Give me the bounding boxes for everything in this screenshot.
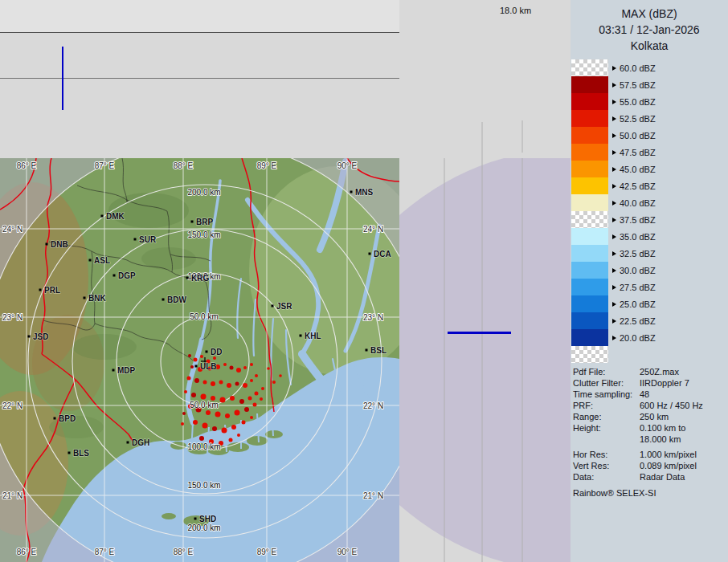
lon-label: 87° E [95, 161, 115, 170]
city-label-dd: DD [211, 348, 222, 356]
info-key: PRF: [573, 400, 640, 411]
lon-label: 90° E [337, 548, 358, 556]
echo-blob [225, 413, 230, 418]
legend-colorbar: 60.0 dBZ57.5 dBZ55.0 dBZ52.5 dBZ50.0 dBZ… [571, 59, 656, 363]
echo-blob [201, 394, 207, 400]
echo-blob [227, 383, 231, 388]
info-row: Data:Radar Data [573, 471, 725, 483]
city-dot [369, 253, 371, 255]
top-height-label: 18.0 km [500, 6, 531, 15]
info-row: Clutter Filter:IIRDoppler 7 [573, 377, 725, 389]
legend-swatch [571, 312, 608, 329]
legend-row: 50.0 dBZ [571, 127, 656, 144]
legend-row: 45.0 dBZ [571, 161, 656, 177]
echo-blob [243, 366, 247, 369]
info-key: Pdf File: [573, 366, 640, 377]
city-label-brp: BRP [196, 218, 213, 226]
legend-entry-label: 55.0 dBZ [620, 97, 656, 107]
city-label-bdw: BDW [167, 295, 186, 304]
echo-blob [202, 423, 208, 429]
city-label-shd: SHD [199, 515, 216, 523]
legend-row: 40.0 dBZ [571, 194, 656, 211]
lon-label: 86° E [17, 161, 37, 170]
info-value: 0.100 km to [640, 423, 685, 433]
city-label-sur: SUR [139, 235, 157, 244]
cross-section-echo [448, 332, 511, 334]
echo-blob [182, 412, 186, 415]
echo-blob [231, 425, 236, 430]
legend-swatch [571, 211, 608, 228]
legend-entry-label: 60.0 dBZ [620, 63, 656, 73]
legend-entry-label: 32.5 dBZ [620, 249, 656, 259]
lat-label: 21° N [2, 491, 22, 500]
legend-swatch [571, 144, 608, 161]
echo-blob [219, 381, 223, 385]
legend-swatch [571, 110, 608, 127]
info-row: Range:250 km [573, 411, 725, 422]
echo-blob [229, 438, 233, 442]
city-dot [89, 259, 92, 262]
city-dot [134, 238, 137, 241]
legend-arrow-icon [612, 150, 616, 155]
coverage-shading [399, 158, 571, 562]
legend-entry-label: 52.5 dBZ [620, 114, 656, 124]
legend-swatch [571, 177, 608, 194]
echo-blob [237, 434, 240, 437]
echo-blob [184, 390, 187, 393]
echo-blob [255, 392, 259, 396]
info-key: Range: [573, 411, 640, 422]
legend-entry-label: 47.5 dBZ [620, 148, 656, 157]
side-panel-graphic [399, 120, 571, 562]
city-label-prl: PRL [44, 286, 60, 295]
echo-blob [203, 381, 207, 385]
echo-blob [255, 374, 258, 377]
legend-row: 57.5 dBZ [571, 76, 656, 93]
legend-row: 32.5 dBZ [571, 245, 656, 262]
legend-swatch [571, 161, 608, 177]
lon-label: 89° E [257, 548, 277, 556]
legend-entry-label: 42.5 dBZ [620, 181, 656, 191]
legend-entry-label: 27.5 dBZ [620, 283, 656, 292]
echo-blob [212, 426, 217, 431]
height-reference-line [0, 78, 399, 79]
lon-label: 87° E [95, 548, 115, 556]
city-dot [195, 365, 198, 368]
info-row: Height:0.100 km to [573, 422, 725, 434]
info-row: PRF:600 Hz / 450 Hz [573, 400, 725, 411]
echo-blob [215, 412, 221, 417]
legend-entry-label: 30.0 dBZ [620, 266, 656, 275]
echo-blob [193, 420, 198, 425]
legend-swatch [571, 194, 608, 211]
info-row: Hor Res:1.000 km/pixel [573, 449, 725, 460]
echo-blob [220, 397, 226, 403]
info-value: 250 km [640, 412, 669, 422]
city-label-dgh: DGH [132, 438, 149, 447]
city-dot [272, 305, 274, 307]
echo-blob [194, 358, 198, 362]
lon-label: 86° E [17, 548, 37, 556]
info-key: Time sampling: [573, 389, 640, 400]
legend-swatch [571, 295, 608, 312]
city-label-bpd: BPD [59, 414, 76, 423]
city-dot [28, 336, 31, 338]
legend-entry-label: 40.0 dBZ [620, 198, 656, 208]
city-label-bsl: BSL [370, 346, 386, 355]
echo-blob [235, 410, 240, 416]
legend-row: 35.0 dBZ [571, 228, 656, 245]
city-label-bnk: BNK [88, 294, 106, 303]
legend-row: 37.5 dBZ [571, 211, 656, 228]
city-label-khl: KHL [305, 332, 321, 340]
info-row: Time sampling:48 [573, 389, 725, 400]
echo-blob [250, 416, 253, 419]
city-dot [113, 275, 116, 277]
echo-blob [194, 378, 199, 383]
range-ring-label: 200.0 km [187, 188, 220, 197]
legend-row: 42.5 dBZ [571, 177, 656, 194]
echo-blob [206, 410, 211, 415]
legend-arrow-icon [612, 100, 616, 104]
city-dot [54, 417, 56, 420]
info-value: 0.089 km/pixel [640, 461, 697, 470]
legend-entry-label: 25.0 dBZ [620, 299, 656, 309]
legend-brand: Rainbow® SELEX-SI [573, 488, 656, 498]
legend-row: 60.0 dBZ [571, 59, 656, 76]
